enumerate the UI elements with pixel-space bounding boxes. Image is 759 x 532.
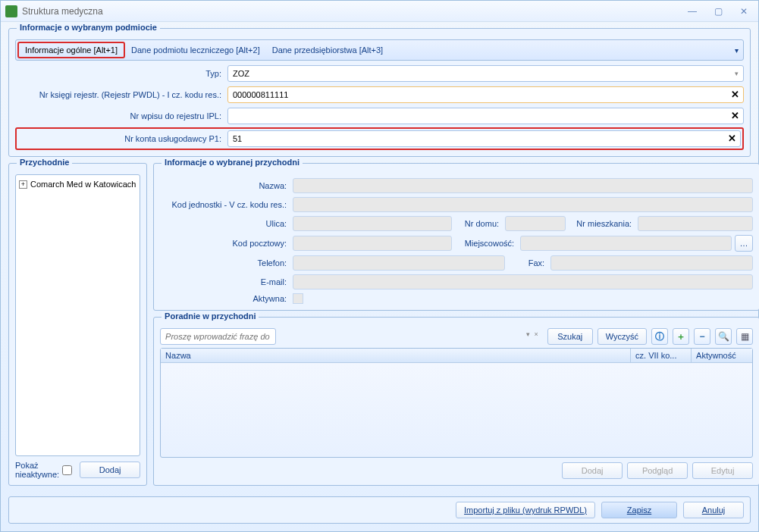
minimize-icon[interactable]: —	[682, 5, 702, 17]
dropdown-arrow-icon[interactable]: ▾	[525, 330, 532, 338]
nrdomu-field	[505, 216, 566, 231]
tree-item[interactable]: + Comarch Med w Katowicach	[19, 180, 136, 189]
cancel-button[interactable]: Anuluj	[683, 502, 744, 518]
window-title: Struktura medyczna	[22, 6, 682, 17]
clear-button[interactable]: Wyczyść	[597, 328, 647, 345]
dept-preview-button[interactable]: Podgląd	[627, 462, 688, 479]
col-aktywnosc[interactable]: Aktywność	[692, 349, 752, 362]
show-inactive-label: Pokaż nieaktywne:	[15, 461, 72, 479]
typ-value: ZOZ	[233, 69, 249, 78]
expand-icon[interactable]: +	[19, 180, 27, 189]
clinics-title: Przychodnie	[17, 158, 72, 167]
clinic-info-group: Informacje o wybranej przychodni Nazwa: …	[153, 163, 759, 311]
fax-field	[550, 255, 753, 271]
nrmieszk-field	[638, 216, 753, 231]
col-nazwa[interactable]: Nazwa	[161, 349, 631, 362]
nrmieszk-label: Nr mieszkania:	[566, 219, 638, 228]
dept-add-button[interactable]: Dodaj	[562, 462, 623, 479]
typ-select[interactable]: ZOZ ▾	[227, 65, 744, 82]
wpis-label: Nr wpisu do rejestru IPL:	[15, 111, 227, 120]
add-icon[interactable]: ＋	[673, 328, 689, 345]
clinic-info-title: Informacje o wybranej przychodni	[162, 158, 303, 167]
fax-label: Fax:	[505, 258, 550, 268]
import-button[interactable]: Importuj z pliku (wydruk RPWDL)	[456, 502, 595, 518]
subject-info-group: Informacje o wybranym podmiocie Informac…	[8, 28, 751, 157]
tree-item-label: Comarch Med w Katowicach	[30, 180, 136, 189]
col-cz7[interactable]: cz. VII ko...	[631, 349, 692, 362]
wpis-input[interactable]	[227, 108, 744, 124]
depts-grid: Nazwa cz. VII ko... Aktywność	[160, 348, 753, 458]
save-button[interactable]: Zapisz	[601, 502, 677, 518]
miejsc-field	[520, 236, 732, 251]
aktywna-checkbox	[293, 293, 303, 304]
clinic-depts-group: Poradnie w przychodni ▾ × Szukaj Wyczyść…	[153, 317, 759, 486]
tab-lecz[interactable]: Dane podmiotu leczniczego [Alt+2]	[125, 43, 266, 57]
dept-edit-button[interactable]: Edytuj	[692, 462, 753, 479]
telefon-label: Telefon:	[160, 258, 293, 268]
miejsc-label: Miejscowość:	[452, 239, 520, 248]
clear-search-icon[interactable]: ×	[533, 330, 540, 338]
clear-icon[interactable]: ✕	[731, 110, 739, 121]
miejsc-lookup-button[interactable]: …	[735, 235, 753, 252]
add-clinic-button[interactable]: Dodaj	[80, 462, 140, 478]
email-field	[293, 274, 753, 289]
kodjedn-field	[293, 197, 753, 212]
chevron-down-icon[interactable]: ▾	[735, 46, 739, 55]
nrdomu-label: Nr domu:	[452, 219, 505, 228]
search-input[interactable]	[160, 328, 276, 345]
titlebar: Struktura medyczna — ▢ ✕	[1, 1, 758, 22]
typ-label: Typ:	[15, 69, 227, 78]
grid-body	[161, 363, 752, 457]
maximize-icon[interactable]: ▢	[708, 5, 728, 17]
show-inactive-checkbox[interactable]	[62, 465, 72, 475]
subject-info-title: Informacje o wybranym podmiocie	[17, 23, 160, 32]
kodjedn-label: Kod jednostki - V cz. kodu res.:	[160, 200, 293, 209]
clinic-depts-title: Poradnie w przychodni	[162, 311, 259, 321]
nazwa-label: Nazwa:	[160, 181, 293, 190]
info-icon[interactable]: ⓘ	[651, 328, 668, 345]
kodpoczt-label: Kod pocztowy:	[160, 239, 293, 248]
grid-icon[interactable]: ▦	[736, 328, 753, 345]
kodpoczt-field	[293, 236, 452, 251]
clear-icon[interactable]: ✕	[728, 133, 736, 144]
aktywna-label: Aktywna:	[160, 294, 293, 303]
tabs-row: Informacje ogólne [Alt+1] Dane podmiotu …	[15, 39, 744, 61]
tab-przed[interactable]: Dane przedsiębiorstwa [Alt+3]	[266, 43, 389, 57]
email-label: E-mail:	[160, 277, 293, 286]
app-icon	[5, 5, 17, 17]
dropdown-arrow-icon: ▾	[735, 70, 739, 77]
bottom-panel: Importuj z pliku (wydruk RPWDL) Zapisz A…	[8, 496, 751, 524]
clear-icon[interactable]: ✕	[731, 89, 739, 100]
tab-general[interactable]: Informacje ogólne [Alt+1]	[17, 42, 125, 58]
nazwa-field	[293, 178, 753, 193]
ksiega-label: Nr księgi rejestr. (Rejestr PWDL) - I cz…	[15, 90, 227, 99]
ulica-field	[293, 216, 452, 231]
remove-icon[interactable]: −	[694, 328, 710, 345]
close-icon[interactable]: ✕	[734, 5, 754, 17]
search-button[interactable]: Szukaj	[547, 328, 593, 345]
clinics-group: Przychodnie + Comarch Med w Katowicach P…	[8, 163, 147, 486]
telefon-field	[293, 255, 505, 271]
ulica-label: Ulica:	[160, 219, 293, 228]
konto-input[interactable]	[227, 130, 741, 147]
window: Struktura medyczna — ▢ ✕ Informacje o wy…	[0, 0, 759, 532]
ksiega-input[interactable]	[227, 86, 744, 103]
konto-label: Nr konta usługodawcy P1:	[18, 134, 227, 143]
zoom-icon[interactable]: 🔍	[715, 328, 732, 345]
clinics-tree[interactable]: + Comarch Med w Katowicach	[15, 174, 140, 456]
